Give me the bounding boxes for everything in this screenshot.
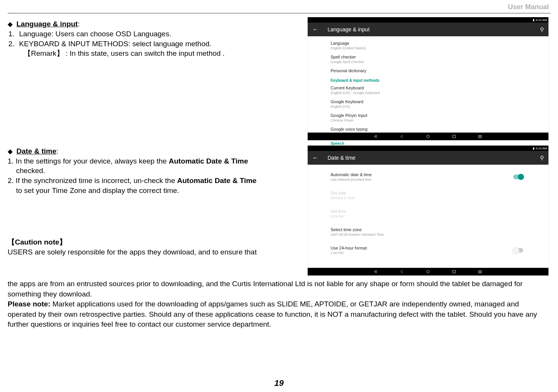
nav-recent-icon[interactable] <box>452 269 456 274</box>
colon: : <box>78 20 79 28</box>
setting-subtitle: English (US) - Google Keyboard <box>331 91 526 95</box>
lang-remark: 【Remark】 : In this state, users can swit… <box>24 49 298 58</box>
setting-subtitle: English (United States) <box>331 46 526 50</box>
nav-home-icon[interactable] <box>426 134 430 139</box>
date-item-2: 2. If the synchronized time is incorrect… <box>8 176 298 186</box>
setting-title: Current Keyboard <box>331 86 526 90</box>
diamond-bullet-icon: ◆ <box>8 20 13 29</box>
search-icon[interactable]: ⚲ <box>540 155 544 161</box>
settings-list-item[interactable]: Current KeyboardEnglish (US) - Google Ke… <box>331 83 526 97</box>
colon: : <box>57 147 58 155</box>
screenshot-date-time: ▮ 6:19 AM ← Date & time ⚲ Automatic date… <box>307 145 549 276</box>
toggle-switch[interactable] <box>513 175 523 179</box>
setting-title: Google Keyboard <box>331 99 526 104</box>
section-language-title: Language & input <box>16 20 78 28</box>
section-language-heading: ◆ Language & input: <box>8 19 298 29</box>
setting-title: Google Pinyin Input <box>331 113 526 118</box>
search-icon[interactable]: ⚲ <box>540 26 544 32</box>
android-status-bar: ▮ 6:19 AM <box>308 146 548 151</box>
setting-subtitle: Google Spell Checker <box>331 60 526 64</box>
back-arrow-icon[interactable]: ← <box>312 26 318 33</box>
svg-point-0 <box>427 135 430 138</box>
settings-list-item[interactable]: Use 24-hour format1:00 PM <box>331 241 526 259</box>
settings-list: Automatic date & timeUse network-provide… <box>308 165 548 262</box>
setting-subtitle: Use network-provided time <box>331 178 526 181</box>
settings-list-item: Set time6:19 AM <box>331 204 526 223</box>
please-note-label: Please note: <box>8 300 50 308</box>
volume-icon[interactable] <box>374 134 378 139</box>
settings-list-item[interactable]: Google Pinyin InputChinese Pinyin <box>331 111 526 125</box>
please-note-text: Market applications used for the downloa… <box>8 300 537 328</box>
settings-list-item[interactable]: Spell checkerGoogle Spell Checker <box>331 52 526 66</box>
section-date-title: Date & time <box>16 147 57 155</box>
left-text-column: ◆ Language & input: 1. Language: Users c… <box>8 19 298 257</box>
settings-list-item[interactable]: Select time zoneGMT-05:00 Eastern Standa… <box>331 223 526 241</box>
status-time: 6:19 AM <box>536 147 547 150</box>
settings-list-item[interactable]: LanguageEnglish (United States) <box>331 39 526 52</box>
header-label: User Manual <box>508 3 549 11</box>
screenshot-icon[interactable] <box>478 134 482 139</box>
svg-rect-2 <box>479 136 482 138</box>
setting-title: Spell checker <box>331 55 526 59</box>
nav-back-icon[interactable] <box>400 269 404 274</box>
svg-point-7 <box>480 271 481 272</box>
bold-term: Automatic Date & Time <box>177 177 257 185</box>
caution-para-a: the apps are from an entrusted sources p… <box>8 280 523 298</box>
bold-term: Automatic Date & Time <box>169 157 248 165</box>
lang-item-2: 2. KEYBOARD & INPUT METHODS: select lang… <box>8 39 298 49</box>
battery-full-icon: ▮ <box>533 147 534 150</box>
app-bar: ← Date & time ⚲ <box>308 151 548 165</box>
screenshot-language-input: ▮ 6:19 AM ← Language & input ⚲ LanguageE… <box>307 17 549 141</box>
list-number: 2. <box>8 39 17 49</box>
nav-back-icon[interactable] <box>400 134 404 139</box>
list-text: 1. In the settings for your device, alwa… <box>8 157 169 165</box>
app-bar-title: Date & time <box>328 155 355 161</box>
list-number: 1. <box>8 29 17 39</box>
date-item-2-cont: to set your Time Zone and display the co… <box>8 186 298 196</box>
setting-subtitle: Chinese Pinyin <box>331 118 526 122</box>
date-item-1: 1. In the settings for your device, alwa… <box>8 156 298 166</box>
list-text: Language: Users can choose OSD Languages… <box>19 29 171 39</box>
setting-subtitle: January 2, 2011 <box>331 196 526 200</box>
setting-title: Use 24-hour format <box>331 246 526 250</box>
svg-rect-1 <box>453 135 456 138</box>
svg-point-4 <box>427 271 430 273</box>
list-text: KEYBOARD & INPUT METHODS: select languag… <box>19 39 211 49</box>
setting-title: Language <box>331 41 526 45</box>
caution-title: 【Caution note】 <box>8 237 298 247</box>
setting-title: Set date <box>331 191 526 195</box>
caution-line1: USERS are solely responsible for the app… <box>8 247 298 257</box>
section-date-heading: ◆ Date & time: <box>8 146 298 156</box>
android-nav-bar <box>308 268 548 275</box>
volume-icon[interactable] <box>374 269 378 274</box>
status-time: 6:19 AM <box>536 18 547 22</box>
setting-title: Select time zone <box>331 227 526 232</box>
setting-title: Personal dictionary <box>331 68 526 73</box>
nav-home-icon[interactable] <box>426 269 430 274</box>
settings-list-item: Set dateJanuary 2, 2011 <box>331 186 526 204</box>
settings-list-item[interactable]: Automatic date & timeUse network-provide… <box>331 168 526 186</box>
header-divider <box>8 13 550 13</box>
android-status-bar: ▮ 6:19 AM <box>308 17 548 23</box>
android-nav-bar <box>308 133 548 140</box>
nav-recent-icon[interactable] <box>452 134 456 139</box>
diamond-bullet-icon: ◆ <box>8 147 13 156</box>
back-arrow-icon[interactable]: ← <box>312 154 318 161</box>
battery-full-icon: ▮ <box>533 18 534 22</box>
setting-subtitle: 6:19 AM <box>331 214 526 218</box>
settings-list-item[interactable]: Personal dictionary <box>331 66 526 75</box>
app-bar-title: Language & input <box>328 26 370 32</box>
list-text: 2. If the synchronized time is incorrect… <box>8 177 177 185</box>
setting-title: Google voice typing <box>331 127 526 131</box>
lang-item-1: 1. Language: Users can choose OSD Langua… <box>8 29 298 39</box>
settings-list-item[interactable]: Google KeyboardEnglish (US) <box>331 97 526 111</box>
screenshot-icon[interactable] <box>478 269 482 274</box>
toggle-switch[interactable] <box>513 248 523 253</box>
app-bar: ← Language & input ⚲ <box>308 23 548 36</box>
setting-subtitle: English (US) <box>331 105 526 109</box>
page-number: 19 <box>274 378 284 388</box>
svg-point-3 <box>480 136 481 137</box>
date-item-1-cont: checked. <box>8 166 298 176</box>
setting-subtitle: GMT-05:00 Eastern Standard Time <box>331 233 526 236</box>
setting-title: Automatic date & time <box>331 172 526 177</box>
